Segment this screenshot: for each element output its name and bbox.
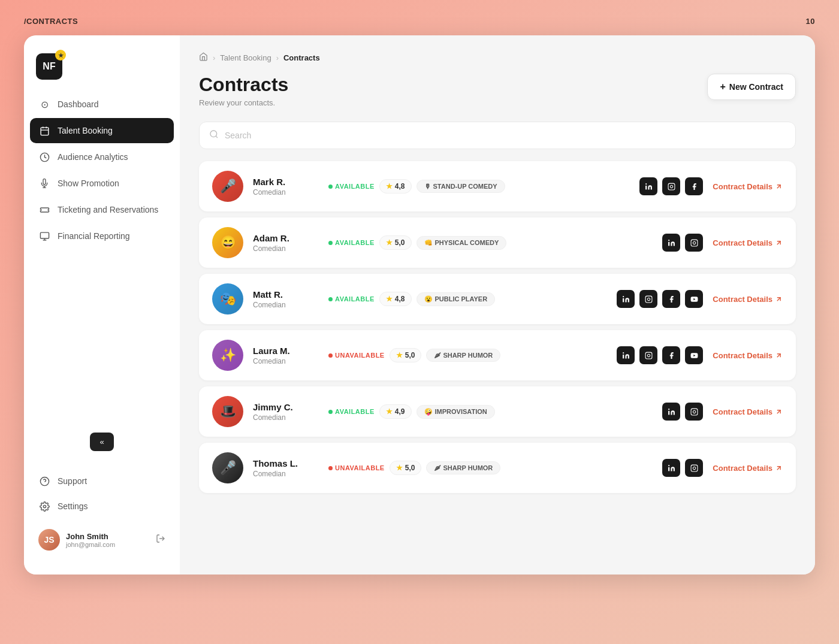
sidebar-item-dashboard[interactable]: ⊙ Dashboard xyxy=(30,92,174,117)
page-title: Contracts xyxy=(199,74,288,96)
page-header: Contracts Review your contacts. + New Co… xyxy=(199,74,796,107)
contract-details-link[interactable]: Contract Details xyxy=(713,238,783,247)
contract-details-link[interactable]: Contract Details xyxy=(713,407,783,416)
yt-icon[interactable] xyxy=(685,346,703,364)
ig-icon[interactable] xyxy=(639,346,657,364)
in-icon[interactable] xyxy=(662,459,680,477)
talent-info: Matt R. Comedian xyxy=(253,289,319,309)
fb-icon[interactable] xyxy=(685,177,703,195)
fb-icon[interactable] xyxy=(662,346,680,364)
breadcrumb-talent-booking[interactable]: Talent Booking xyxy=(220,53,271,62)
contract-details-link[interactable]: Contract Details xyxy=(713,464,783,473)
table-row: 🎩 Jimmy C. Comedian AVAILABLE ★ 4,9 🤪 IM… xyxy=(199,386,796,437)
sidebar-item-label: Dashboard xyxy=(58,99,99,109)
status-dot xyxy=(328,241,333,245)
talent-badges: AVAILABLE ★ 4,9 🤪 IMPROVISATION xyxy=(328,404,648,419)
star-icon: ★ xyxy=(386,407,393,416)
table-row: 🎤 Thomas L. Comedian UNAVAILABLE ★ 5,0 🌶… xyxy=(199,443,796,493)
collapse-button[interactable]: « xyxy=(90,433,113,451)
sidebar-item-label: Audience Analytics xyxy=(58,152,128,162)
svg-rect-32 xyxy=(623,354,624,358)
ig-icon[interactable] xyxy=(662,177,680,195)
ig-icon[interactable] xyxy=(685,403,703,421)
table-row: 🎭 Matt R. Comedian AVAILABLE ★ 4,8 😮 PUB… xyxy=(199,274,796,324)
sidebar-item-label: Ticketing and Reservations xyxy=(58,205,158,214)
ig-icon[interactable] xyxy=(685,459,703,477)
contract-details-link[interactable]: Contract Details xyxy=(713,182,783,191)
svg-point-14 xyxy=(210,131,217,137)
fb-icon[interactable] xyxy=(662,290,680,308)
sidebar-item-ticketing[interactable]: Ticketing and Reservations xyxy=(30,197,174,222)
talent-badges: UNAVAILABLE ★ 5,0 🌶 SHARP HUMOR xyxy=(328,461,648,475)
nav-menu: ⊙ Dashboard Talent Booking Audience Anal… xyxy=(24,92,180,421)
sidebar-item-audience-analytics[interactable]: Audience Analytics xyxy=(30,144,174,170)
home-icon[interactable] xyxy=(199,52,208,63)
talent-role: Comedian xyxy=(253,470,319,478)
svg-rect-26 xyxy=(623,298,624,302)
search-input[interactable] xyxy=(225,131,786,140)
svg-rect-40 xyxy=(691,409,698,415)
talent-role: Comedian xyxy=(253,357,319,365)
in-icon[interactable] xyxy=(617,346,635,364)
user-row: JS John Smith john@gmail.com xyxy=(30,523,174,557)
genre-tag: 🎙 STAND-UP COMEDY xyxy=(417,180,505,193)
yt-icon[interactable] xyxy=(685,290,703,308)
genre-emoji: 😮 xyxy=(424,295,433,303)
svg-rect-45 xyxy=(691,465,698,471)
svg-point-12 xyxy=(43,505,46,507)
social-icons xyxy=(617,346,703,364)
rating-badge: ★ 4,8 xyxy=(379,179,412,193)
sidebar-item-support[interactable]: Support xyxy=(30,469,174,493)
in-icon[interactable] xyxy=(662,234,680,252)
page-title-area: Contracts Review your contacts. xyxy=(199,74,288,107)
talent-info: Mark R. Comedian xyxy=(253,177,319,196)
sidebar-item-show-promotion[interactable]: Show Promotion xyxy=(30,171,174,196)
svg-point-22 xyxy=(668,240,669,241)
svg-line-25 xyxy=(777,241,780,244)
sidebar-item-financial[interactable]: Financial Reporting xyxy=(30,223,174,249)
social-icons xyxy=(662,459,703,477)
star-icon: ★ xyxy=(396,351,403,359)
ig-icon[interactable] xyxy=(639,290,657,308)
logout-icon[interactable] xyxy=(156,534,165,546)
talent-name: Mark R. xyxy=(253,177,319,187)
svg-point-39 xyxy=(668,409,669,410)
in-icon[interactable] xyxy=(639,177,657,195)
page-subtitle: Review your contacts. xyxy=(199,98,288,107)
new-contract-button[interactable]: + New Contract xyxy=(707,74,796,100)
social-icons xyxy=(662,403,703,421)
table-row: 🎤 Mark R. Comedian AVAILABLE ★ 4,8 🎙 STA… xyxy=(199,161,796,211)
svg-rect-23 xyxy=(691,240,698,246)
sidebar-item-talent-booking[interactable]: Talent Booking xyxy=(30,118,174,143)
talent-avatar: 🎤 xyxy=(212,452,243,483)
table-row: ✨ Laura M. Comedian UNAVAILABLE ★ 5,0 🌶 … xyxy=(199,330,796,380)
genre-tag: 😮 PUBLIC PLAYER xyxy=(417,292,496,306)
talent-avatar: 😄 xyxy=(212,227,243,258)
contract-details-link[interactable]: Contract Details xyxy=(713,351,783,360)
rating-badge: ★ 4,8 xyxy=(379,292,412,306)
ig-icon[interactable] xyxy=(685,234,703,252)
svg-rect-28 xyxy=(645,296,652,303)
genre-tag: 👊 PHYSICAL COMEDY xyxy=(417,236,507,250)
talent-role: Comedian xyxy=(253,301,319,309)
svg-line-15 xyxy=(216,136,218,138)
in-icon[interactable] xyxy=(662,403,680,421)
sidebar-bottom: Support Settings JS John Smith john@gmai… xyxy=(24,463,180,563)
path-label: /CONTRACTS xyxy=(24,17,78,26)
logo-text: NF xyxy=(43,61,55,72)
breadcrumb-contracts: Contracts xyxy=(283,53,320,62)
svg-point-27 xyxy=(623,296,624,297)
star-icon: ★ xyxy=(386,182,393,191)
availability-badge: AVAILABLE xyxy=(328,239,375,246)
sidebar-item-label: Show Promotion xyxy=(58,179,119,188)
status-dot xyxy=(328,410,333,414)
talent-info: Adam R. Comedian xyxy=(253,233,319,253)
talent-info: Thomas L. Comedian xyxy=(253,458,319,478)
sidebar-item-settings[interactable]: Settings xyxy=(30,494,174,518)
svg-rect-0 xyxy=(41,127,49,135)
social-icons xyxy=(662,234,703,252)
availability-badge: AVAILABLE xyxy=(328,295,375,303)
svg-rect-21 xyxy=(668,241,669,246)
in-icon[interactable] xyxy=(617,290,635,308)
contract-details-link[interactable]: Contract Details xyxy=(713,295,783,304)
